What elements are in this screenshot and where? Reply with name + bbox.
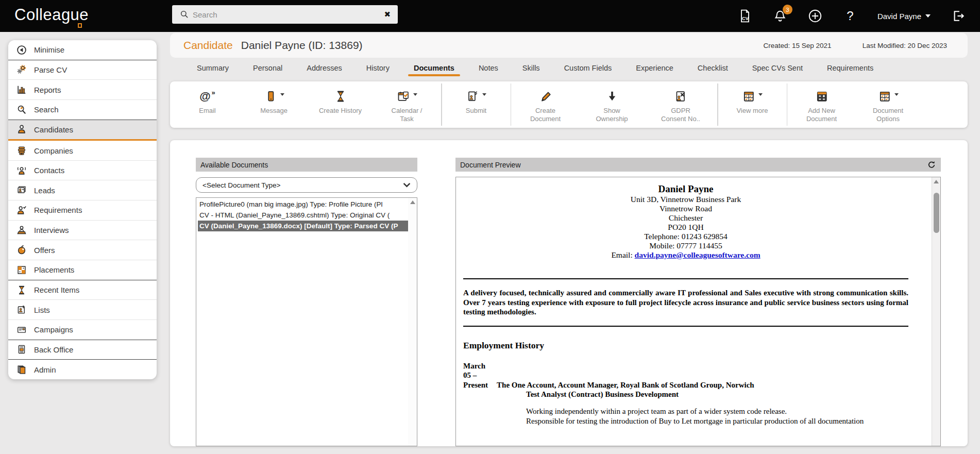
grid-checks-icon [878, 90, 891, 103]
sidebar-item-label: Search [34, 105, 59, 114]
tab-addresses[interactable]: Addresses [307, 58, 342, 78]
sidebar-item-candidates[interactable]: Candidates [8, 120, 157, 141]
list-scrollbar[interactable] [408, 198, 417, 446]
record-header: Candidate Daniel Payne (ID: 13869) Creat… [170, 33, 968, 58]
tab-history[interactable]: History [366, 58, 390, 78]
toolbar-separator [441, 83, 442, 126]
cv-upload-icon[interactable]: CV [737, 8, 753, 24]
sidebar-item-label: Offers [34, 246, 55, 255]
scroll-up-icon[interactable] [410, 200, 415, 204]
submit-button[interactable]: Submit [443, 81, 510, 128]
cv-divider [463, 278, 908, 279]
sidebar-item-label: Recent Items [34, 285, 79, 294]
sidebar-item-label: Parse CV [34, 65, 67, 74]
send-arrows-icon: » [212, 89, 215, 96]
tab-custom-fields[interactable]: Custom Fields [564, 58, 612, 78]
sidebar-item-leads[interactable]: Leads [8, 180, 157, 200]
cv-email-link[interactable]: david.payne@colleaguesoftware.com [635, 250, 761, 259]
toolbar-separator [717, 83, 718, 126]
created-value: 15 Sep 2021 [792, 42, 832, 49]
modified-value: 20 Dec 2023 [907, 42, 947, 49]
cv-divider [463, 326, 908, 327]
sidebar-item-label: Minimise [34, 45, 64, 54]
sidebar-item-back-office[interactable]: Back Office [8, 340, 157, 360]
hourglass-icon [334, 90, 347, 103]
sidebar-item-label: Contacts [34, 166, 64, 175]
search-clear-icon[interactable]: ✖ [384, 10, 391, 19]
document-toolbar: @» Email Message Create History [170, 81, 968, 128]
entity-type-label: Candidate [183, 39, 233, 52]
sidebar-item-search[interactable]: Search [8, 100, 157, 120]
sidebar-item-label: Admin [34, 365, 56, 374]
refresh-button[interactable] [927, 160, 936, 170]
preview-scrollbar[interactable] [932, 177, 940, 446]
available-documents-header: Available Documents [196, 158, 417, 172]
sidebar-item-label: Interviews [34, 226, 69, 234]
scrollbar-thumb[interactable] [934, 193, 939, 233]
tab-documents[interactable]: Documents [414, 58, 454, 78]
create-document-button[interactable]: Create Document [512, 81, 579, 128]
cv-phone-line: Telephone: 01243 629854 [463, 232, 908, 241]
create-history-button[interactable]: Create History [307, 81, 374, 128]
available-documents-list: ProfilePicture0 (man big image.jpg) Type… [196, 197, 417, 446]
chevron-down-icon [403, 182, 411, 188]
tab-requirements[interactable]: Requirements [827, 58, 873, 78]
cv-employment-role: Test Analyst (Contract) Business Develop… [463, 390, 908, 399]
sidebar-item-label: Companies [34, 146, 73, 155]
cv-detail-line: Working independently within a project t… [526, 407, 908, 416]
sidebar-item-lists[interactable]: Lists [8, 300, 157, 320]
document-list-item-selected[interactable]: CV (Daniel_Payne_13869.docx) [Default] T… [198, 221, 408, 231]
sidebar-item-interviews[interactable]: Interviews [8, 221, 157, 241]
sidebar-item-label: Reports [34, 86, 61, 94]
top-actions: CV 3 ? David Payne [737, 0, 980, 32]
tab-notes[interactable]: Notes [479, 58, 498, 78]
app-logo: Colleague [14, 6, 89, 24]
sidebar-item-contacts[interactable]: Contacts [8, 161, 157, 181]
sidebar-item-placements[interactable]: Placements [8, 260, 157, 280]
modified-label: Last Modified: [863, 42, 906, 49]
tab-personal[interactable]: Personal [253, 58, 282, 78]
sidebar-item-parse-cv[interactable]: Parse CV [8, 60, 157, 80]
tab-checklist[interactable]: Checklist [698, 58, 728, 78]
document-list-item[interactable]: ProfilePicture0 (man big image.jpg) Type… [198, 199, 408, 210]
sidebar-item-admin[interactable]: Admin [8, 360, 157, 379]
sidebar-item-offers[interactable]: Offers [8, 240, 157, 260]
sidebar-item-campaigns[interactable]: Campaigns [8, 320, 157, 340]
document-list-item[interactable]: CV - HTML (Daniel_Payne_13869.cshtml) Ty… [198, 210, 408, 221]
logout-icon[interactable] [950, 8, 966, 24]
sidebar-item-companies[interactable]: Companies [8, 141, 157, 161]
dropdown-caret-icon [758, 93, 763, 96]
user-menu[interactable]: David Payne [877, 12, 931, 21]
calendar-task-button[interactable]: Calendar / Task [374, 81, 440, 128]
search-input[interactable] [179, 10, 384, 19]
help-icon[interactable]: ? [842, 8, 858, 24]
cv-section-title: Employment History [463, 340, 908, 351]
sidebar-item-minimise[interactable]: Minimise [8, 40, 157, 60]
show-ownership-button[interactable]: Show Ownership [579, 81, 645, 128]
message-button[interactable]: Message [241, 81, 307, 128]
sidebar-item-recent-items[interactable]: Recent Items [8, 280, 157, 300]
global-search: ✖ [172, 5, 398, 24]
scroll-up-icon[interactable] [934, 180, 939, 183]
svg-text:CV: CV [742, 16, 749, 21]
tab-skills[interactable]: Skills [522, 58, 540, 78]
dropdown-caret-icon [280, 93, 284, 96]
document-type-select[interactable]: <Select Document Type> [196, 177, 417, 193]
document-type-select-value: <Select Document Type> [202, 181, 280, 189]
sidebar-item-reports[interactable]: Reports [8, 80, 157, 100]
add-new-document-button[interactable]: Add New Document [788, 81, 855, 128]
created-label: Created: [764, 42, 790, 49]
sidebar-item-label: Candidates [34, 125, 73, 134]
tab-spec-cvs-sent[interactable]: Spec CVs Sent [752, 58, 803, 78]
cv-address-line: Vinnetrow Road [463, 204, 908, 213]
tab-summary[interactable]: Summary [197, 58, 229, 78]
sidebar-item-requirements[interactable]: Requirements [8, 200, 157, 221]
sidebar-nav: Minimise Parse CV Reports Search [8, 40, 157, 379]
document-options-button[interactable]: Document Options [855, 81, 921, 128]
notifications-bell-icon[interactable]: 3 [772, 8, 788, 24]
view-more-button[interactable]: View more [719, 81, 786, 128]
add-icon[interactable] [807, 8, 823, 24]
email-button[interactable]: @» Email [174, 81, 241, 128]
gdpr-consent-button[interactable]: GDPR Consent No.. [645, 81, 716, 128]
tab-experience[interactable]: Experience [636, 58, 673, 78]
